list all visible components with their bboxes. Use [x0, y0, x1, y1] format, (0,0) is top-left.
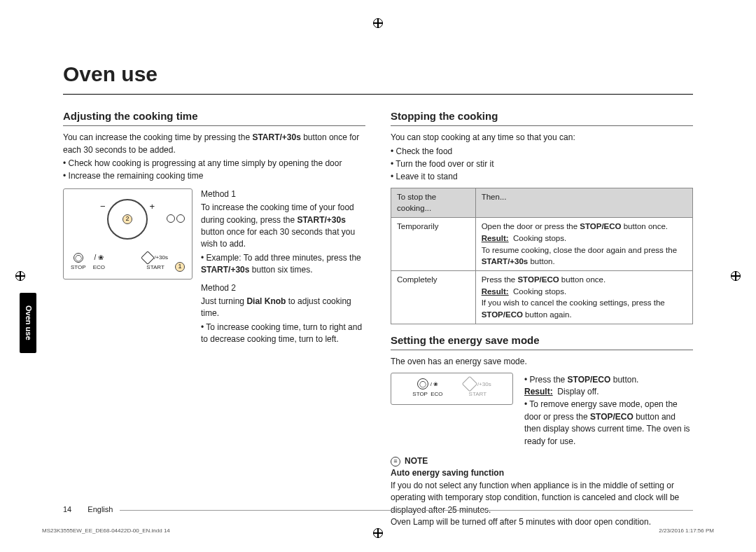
- print-timestamp: 2/23/2016 1:17:56 PM: [659, 527, 714, 535]
- start-icon: [141, 251, 155, 265]
- left-column: Adjusting the cooking time You can incre…: [63, 104, 365, 529]
- th-to-stop: To stop the cooking...: [391, 188, 476, 217]
- button-panel-diagram: ◯/ ❀ STOP ECO /+30s START: [391, 373, 513, 405]
- heading-energy: Setting the energy save mode: [391, 333, 693, 351]
- method2-title: Method 2: [201, 282, 365, 294]
- stop-icon: ◯: [417, 378, 428, 389]
- crop-mark-left: [15, 271, 25, 281]
- footer-rule: [120, 510, 693, 511]
- stop-eco-icon: ◯/ ❀ STOP ECO: [412, 378, 442, 399]
- method1-body: To increase the cooking time of your foo…: [201, 202, 365, 251]
- callout-1: 1: [175, 262, 185, 272]
- method2-bullet: To increase cooking time, turn to right …: [201, 322, 365, 346]
- method2-body: Just turning Dial Knob to adjust cooking…: [201, 296, 365, 320]
- energy-intro: The oven has an energy save mode.: [391, 356, 693, 368]
- start-button-icon: /+30s START: [143, 253, 168, 272]
- stop-intro: You can stop cooking at any time so that…: [391, 132, 693, 144]
- eco-button-icon: / ❀ ECO: [93, 253, 105, 272]
- dish-icon: [167, 214, 175, 223]
- crop-mark-right: [731, 271, 741, 281]
- stop-table: To stop the cooking... Then... Temporari…: [391, 188, 693, 324]
- method1-example: Example: To add three minutes, press the…: [201, 252, 365, 277]
- note-icon: ≡: [391, 457, 400, 467]
- small-icons: [167, 214, 185, 223]
- right-column: Stopping the cooking You can stop cookin…: [391, 104, 693, 529]
- heading-stopping: Stopping the cooking: [391, 109, 693, 127]
- note-subtitle: Auto energy saving function: [391, 468, 504, 478]
- footer-lang: English: [88, 504, 113, 516]
- stop-icon: ◯: [74, 253, 83, 263]
- page-title: Oven use: [63, 59, 693, 95]
- crop-mark-top: [373, 18, 383, 28]
- side-tab: Oven use: [20, 293, 36, 353]
- heading-adjusting: Adjusting the cooking time: [63, 109, 365, 127]
- dial-knob-icon: − + 2: [107, 199, 148, 240]
- adjust-intro: You can increase the cooking time by pre…: [63, 132, 365, 156]
- print-filename: MS23K3555EW_EE_DE68-04422D-00_EN.indd 14: [42, 527, 170, 535]
- adjust-bullets: Check how cooking is progressing at any …: [63, 158, 365, 183]
- stop-bullets: Check the food Turn the food over or sti…: [391, 146, 693, 184]
- print-footer: MS23K3555EW_EE_DE68-04422D-00_EN.indd 14…: [42, 527, 714, 535]
- control-diagram: − + 2 ◯ STOP / ❀: [63, 188, 192, 280]
- table-row: Completely Press the STOP/ECO button onc…: [391, 270, 693, 324]
- energy-bullets: Press the STOP/ECO button. Result: Displ…: [524, 373, 693, 448]
- page-footer: 14 English: [63, 504, 693, 516]
- methods-text: Method 1 To increase the cooking time of…: [201, 188, 365, 347]
- page-content: Oven use Adjusting the cooking time You …: [0, 0, 756, 549]
- th-then: Then...: [475, 188, 692, 217]
- note-header: ≡ NOTE: [391, 455, 693, 467]
- table-row: Temporarily Open the door or press the S…: [391, 218, 693, 271]
- method1-title: Method 1: [201, 188, 365, 200]
- start-icon-dim: /+30s START: [464, 378, 491, 399]
- page-number: 14: [63, 504, 71, 516]
- start-icon: [462, 376, 478, 392]
- timer-icon: [176, 214, 185, 223]
- callout-2: 2: [122, 214, 132, 224]
- stop-button-icon: ◯ STOP: [71, 253, 86, 272]
